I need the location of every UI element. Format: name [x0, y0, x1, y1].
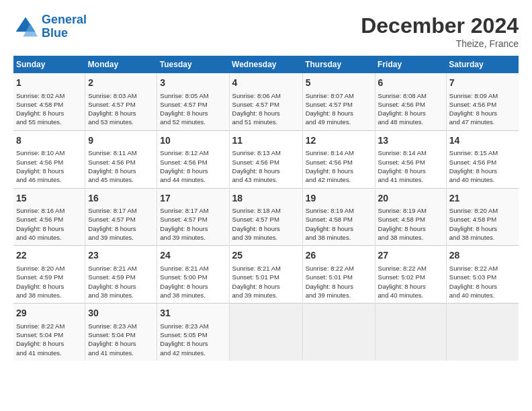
- day-number: 31: [160, 307, 226, 320]
- calendar-day-cell: [446, 304, 519, 361]
- calendar-day-cell: 8Sunrise: 8:10 AM Sunset: 4:56 PM Daylig…: [13, 130, 85, 188]
- day-number: 19: [306, 192, 372, 205]
- calendar-week-row: 8Sunrise: 8:10 AM Sunset: 4:56 PM Daylig…: [13, 130, 519, 188]
- day-number: 29: [16, 307, 82, 320]
- day-number: 25: [232, 249, 300, 263]
- logo-icon: [13, 15, 38, 39]
- calendar-day-cell: 21Sunrise: 8:20 AM Sunset: 4:58 PM Dayli…: [446, 188, 519, 246]
- day-number: 24: [160, 249, 226, 263]
- page-header: General Blue December 2024 Theize, Franc…: [13, 13, 519, 49]
- day-info: Sunrise: 8:22 AM Sunset: 5:03 PM Dayligh…: [449, 264, 516, 300]
- day-of-week-header: Monday: [85, 56, 157, 73]
- calendar-day-cell: 12Sunrise: 8:14 AM Sunset: 4:56 PM Dayli…: [302, 130, 375, 188]
- calendar-week-row: 29Sunrise: 8:22 AM Sunset: 5:04 PM Dayli…: [13, 304, 519, 361]
- location: Theize, France: [361, 38, 519, 49]
- calendar-week-row: 15Sunrise: 8:16 AM Sunset: 4:56 PM Dayli…: [13, 188, 519, 246]
- day-number: 16: [88, 192, 154, 205]
- calendar-day-cell: 13Sunrise: 8:14 AM Sunset: 4:56 PM Dayli…: [375, 130, 446, 188]
- calendar-day-cell: 4Sunrise: 8:06 AM Sunset: 4:57 PM Daylig…: [229, 73, 302, 130]
- calendar-day-cell: [229, 304, 302, 361]
- day-number: 28: [449, 249, 516, 263]
- day-info: Sunrise: 8:17 AM Sunset: 4:57 PM Dayligh…: [88, 206, 154, 242]
- day-number: 26: [306, 249, 372, 263]
- calendar-day-cell: 19Sunrise: 8:19 AM Sunset: 4:58 PM Dayli…: [302, 188, 375, 246]
- day-of-week-header: Tuesday: [157, 56, 229, 73]
- day-of-week-header: Friday: [375, 56, 446, 73]
- day-info: Sunrise: 8:06 AM Sunset: 4:57 PM Dayligh…: [232, 91, 300, 127]
- calendar-week-row: 22Sunrise: 8:20 AM Sunset: 4:59 PM Dayli…: [13, 246, 519, 304]
- title-block: December 2024 Theize, France: [361, 13, 519, 49]
- day-info: Sunrise: 8:07 AM Sunset: 4:57 PM Dayligh…: [306, 91, 372, 127]
- calendar-body: 1Sunrise: 8:02 AM Sunset: 4:58 PM Daylig…: [13, 73, 519, 361]
- calendar-day-cell: 20Sunrise: 8:19 AM Sunset: 4:58 PM Dayli…: [375, 188, 446, 246]
- logo: General Blue: [13, 13, 87, 40]
- day-info: Sunrise: 8:22 AM Sunset: 5:04 PM Dayligh…: [16, 322, 82, 357]
- day-number: 5: [306, 77, 372, 90]
- calendar-day-cell: [302, 304, 375, 361]
- day-number: 17: [160, 192, 226, 205]
- day-info: Sunrise: 8:23 AM Sunset: 5:05 PM Dayligh…: [160, 322, 226, 357]
- calendar-day-cell: 1Sunrise: 8:02 AM Sunset: 4:58 PM Daylig…: [13, 73, 85, 130]
- calendar-day-cell: 31Sunrise: 8:23 AM Sunset: 5:05 PM Dayli…: [157, 304, 229, 361]
- calendar-day-cell: 7Sunrise: 8:09 AM Sunset: 4:56 PM Daylig…: [446, 73, 519, 130]
- day-number: 15: [16, 192, 82, 205]
- calendar-day-cell: 17Sunrise: 8:17 AM Sunset: 4:57 PM Dayli…: [157, 188, 229, 246]
- day-info: Sunrise: 8:09 AM Sunset: 4:56 PM Dayligh…: [449, 91, 516, 127]
- day-of-week-header: Sunday: [13, 56, 85, 73]
- calendar-day-cell: 14Sunrise: 8:15 AM Sunset: 4:56 PM Dayli…: [446, 130, 519, 188]
- day-number: 8: [16, 134, 82, 148]
- day-number: 22: [16, 249, 82, 263]
- month-title: December 2024: [361, 13, 519, 38]
- day-number: 2: [88, 77, 154, 90]
- day-info: Sunrise: 8:03 AM Sunset: 4:57 PM Dayligh…: [88, 91, 154, 127]
- day-number: 7: [449, 77, 516, 90]
- calendar-day-cell: 25Sunrise: 8:21 AM Sunset: 5:01 PM Dayli…: [229, 246, 302, 304]
- day-info: Sunrise: 8:21 AM Sunset: 5:00 PM Dayligh…: [160, 264, 226, 300]
- day-number: 11: [232, 134, 300, 148]
- calendar-day-cell: 5Sunrise: 8:07 AM Sunset: 4:57 PM Daylig…: [302, 73, 375, 130]
- calendar-day-cell: 18Sunrise: 8:18 AM Sunset: 4:57 PM Dayli…: [229, 188, 302, 246]
- day-info: Sunrise: 8:02 AM Sunset: 4:58 PM Dayligh…: [16, 91, 82, 127]
- calendar-day-cell: 15Sunrise: 8:16 AM Sunset: 4:56 PM Dayli…: [13, 188, 85, 246]
- day-info: Sunrise: 8:20 AM Sunset: 4:58 PM Dayligh…: [449, 206, 516, 242]
- day-info: Sunrise: 8:14 AM Sunset: 4:56 PM Dayligh…: [306, 148, 372, 184]
- calendar-day-cell: 6Sunrise: 8:08 AM Sunset: 4:56 PM Daylig…: [375, 73, 446, 130]
- calendar-day-cell: 22Sunrise: 8:20 AM Sunset: 4:59 PM Dayli…: [13, 246, 85, 304]
- day-info: Sunrise: 8:22 AM Sunset: 5:01 PM Dayligh…: [306, 264, 372, 300]
- day-info: Sunrise: 8:20 AM Sunset: 4:59 PM Dayligh…: [16, 264, 82, 300]
- day-info: Sunrise: 8:17 AM Sunset: 4:57 PM Dayligh…: [160, 206, 226, 242]
- day-info: Sunrise: 8:18 AM Sunset: 4:57 PM Dayligh…: [232, 206, 300, 242]
- day-info: Sunrise: 8:08 AM Sunset: 4:56 PM Dayligh…: [378, 91, 443, 127]
- calendar-table: SundayMondayTuesdayWednesdayThursdayFrid…: [13, 56, 519, 361]
- day-of-week-header: Thursday: [302, 56, 375, 73]
- day-info: Sunrise: 8:21 AM Sunset: 4:59 PM Dayligh…: [88, 264, 154, 300]
- logo-line2: Blue: [42, 26, 68, 40]
- calendar-header-row: SundayMondayTuesdayWednesdayThursdayFrid…: [13, 56, 519, 73]
- calendar-day-cell: 28Sunrise: 8:22 AM Sunset: 5:03 PM Dayli…: [446, 246, 519, 304]
- day-number: 9: [88, 134, 154, 148]
- calendar-day-cell: 29Sunrise: 8:22 AM Sunset: 5:04 PM Dayli…: [13, 304, 85, 361]
- day-info: Sunrise: 8:12 AM Sunset: 4:56 PM Dayligh…: [160, 148, 226, 184]
- calendar-day-cell: 3Sunrise: 8:05 AM Sunset: 4:57 PM Daylig…: [157, 73, 229, 130]
- day-info: Sunrise: 8:10 AM Sunset: 4:56 PM Dayligh…: [16, 148, 82, 184]
- calendar-day-cell: 11Sunrise: 8:13 AM Sunset: 4:56 PM Dayli…: [229, 130, 302, 188]
- logo-line1: General: [42, 13, 87, 26]
- day-info: Sunrise: 8:22 AM Sunset: 5:02 PM Dayligh…: [378, 264, 443, 300]
- logo-text: General Blue: [42, 13, 87, 40]
- day-number: 6: [378, 77, 443, 90]
- calendar-day-cell: 26Sunrise: 8:22 AM Sunset: 5:01 PM Dayli…: [302, 246, 375, 304]
- calendar-day-cell: 30Sunrise: 8:23 AM Sunset: 5:04 PM Dayli…: [85, 304, 157, 361]
- calendar-week-row: 1Sunrise: 8:02 AM Sunset: 4:58 PM Daylig…: [13, 73, 519, 130]
- day-of-week-header: Wednesday: [229, 56, 302, 73]
- day-number: 12: [306, 134, 372, 148]
- calendar-day-cell: 16Sunrise: 8:17 AM Sunset: 4:57 PM Dayli…: [85, 188, 157, 246]
- day-info: Sunrise: 8:19 AM Sunset: 4:58 PM Dayligh…: [378, 206, 443, 242]
- day-number: 13: [378, 134, 443, 148]
- day-number: 14: [449, 134, 516, 148]
- day-info: Sunrise: 8:05 AM Sunset: 4:57 PM Dayligh…: [160, 91, 226, 127]
- calendar-day-cell: 27Sunrise: 8:22 AM Sunset: 5:02 PM Dayli…: [375, 246, 446, 304]
- day-info: Sunrise: 8:21 AM Sunset: 5:01 PM Dayligh…: [232, 264, 300, 300]
- day-info: Sunrise: 8:13 AM Sunset: 4:56 PM Dayligh…: [232, 148, 300, 184]
- day-info: Sunrise: 8:15 AM Sunset: 4:56 PM Dayligh…: [449, 148, 516, 184]
- calendar-day-cell: 24Sunrise: 8:21 AM Sunset: 5:00 PM Dayli…: [157, 246, 229, 304]
